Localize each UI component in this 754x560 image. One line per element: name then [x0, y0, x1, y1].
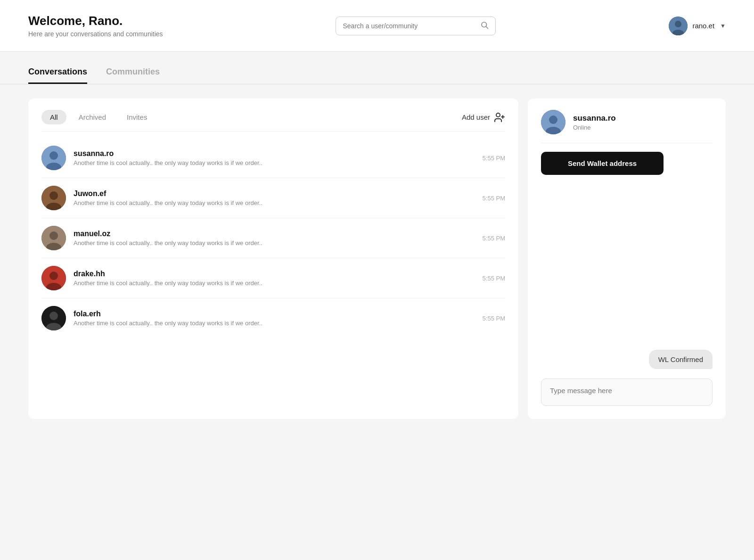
conv-time: 5:55 PM: [483, 155, 505, 162]
filter-row: All Archived Invites Add user: [41, 110, 505, 124]
avatar: [41, 146, 66, 170]
svg-point-3: [675, 21, 681, 27]
search-box[interactable]: [336, 16, 496, 35]
filter-invites[interactable]: Invites: [118, 110, 156, 124]
chevron-down-icon: ▼: [720, 23, 726, 29]
welcome-subtitle: Here are your conversations and communit…: [28, 30, 163, 38]
filter-tabs: All Archived Invites: [41, 110, 156, 124]
conversation-item[interactable]: drake.hh Another time is cool actually..…: [41, 258, 505, 298]
tab-conversations[interactable]: Conversations: [28, 67, 87, 84]
chat-input-area: [541, 369, 713, 408]
header-greeting: Welcome, Rano. Here are your conversatio…: [28, 14, 163, 38]
main-content: All Archived Invites Add user: [0, 84, 754, 433]
svg-point-24: [549, 115, 557, 124]
svg-point-15: [49, 231, 58, 240]
filter-all[interactable]: All: [41, 110, 66, 124]
chat-user-info: susanna.ro Online: [573, 114, 616, 131]
conv-preview: Another time is cool actually.. the only…: [74, 239, 477, 247]
main-nav: Conversations Communities: [0, 52, 754, 84]
wl-confirmed-bubble: WL Confirmed: [649, 350, 713, 369]
chat-header: susanna.ro Online: [541, 110, 713, 143]
conv-name: Juwon.ef: [74, 189, 477, 198]
search-input[interactable]: [343, 22, 477, 30]
conversation-item[interactable]: fola.erh Another time is cool actually..…: [41, 298, 505, 338]
send-wallet-button[interactable]: Send Wallet address: [541, 152, 664, 175]
conversation-item[interactable]: manuel.oz Another time is cool actually.…: [41, 218, 505, 258]
avatar: [41, 266, 66, 290]
conv-preview: Another time is cool actually.. the only…: [74, 199, 477, 206]
conv-time: 5:55 PM: [483, 235, 505, 242]
avatar: [669, 16, 688, 35]
chat-status: Online: [573, 124, 616, 131]
search-area: [163, 16, 669, 35]
username-label: rano.et: [692, 22, 714, 30]
chat-panel: susanna.ro Online Send Wallet address WL…: [528, 99, 726, 419]
svg-point-21: [49, 312, 58, 320]
conv-name: fola.erh: [74, 310, 477, 318]
svg-point-12: [49, 191, 58, 200]
search-icon: [480, 21, 489, 31]
chat-messages: Send Wallet address WL Confirmed: [541, 152, 713, 369]
svg-point-9: [49, 151, 58, 160]
avatar: [41, 306, 66, 330]
conv-name: manuel.oz: [74, 230, 477, 238]
conv-info: Juwon.ef Another time is cool actually..…: [74, 189, 477, 206]
conv-preview: Another time is cool actually.. the only…: [74, 159, 477, 166]
filter-divider: [41, 131, 505, 132]
chat-user-avatar: [541, 110, 566, 134]
conv-time: 5:55 PM: [483, 275, 505, 282]
filter-archived[interactable]: Archived: [70, 110, 115, 124]
message-input[interactable]: [541, 379, 713, 406]
tab-communities[interactable]: Communities: [106, 67, 160, 84]
svg-point-18: [49, 272, 58, 280]
welcome-title: Welcome, Rano.: [28, 14, 163, 28]
conversation-item[interactable]: susanna.ro Another time is cool actually…: [41, 138, 505, 178]
conv-info: drake.hh Another time is cool actually..…: [74, 270, 477, 287]
conv-info: susanna.ro Another time is cool actually…: [74, 149, 477, 166]
add-user-label: Add user: [462, 113, 490, 121]
conv-preview: Another time is cool actually.. the only…: [74, 280, 477, 287]
conversations-panel: All Archived Invites Add user: [28, 99, 518, 419]
chat-user-name: susanna.ro: [573, 114, 616, 123]
conv-preview: Another time is cool actually.. the only…: [74, 320, 477, 327]
conv-time: 5:55 PM: [483, 315, 505, 322]
conversation-item[interactable]: Juwon.ef Another time is cool actually..…: [41, 178, 505, 218]
svg-point-0: [482, 22, 487, 27]
avatar: [41, 186, 66, 210]
conv-time: 5:55 PM: [483, 195, 505, 202]
header: Welcome, Rano. Here are your conversatio…: [0, 0, 754, 52]
conv-info: fola.erh Another time is cool actually..…: [74, 310, 477, 327]
user-menu[interactable]: rano.et ▼: [669, 16, 726, 35]
svg-point-5: [496, 113, 500, 117]
conv-info: manuel.oz Another time is cool actually.…: [74, 230, 477, 247]
add-user-icon: [494, 112, 505, 123]
conv-name: susanna.ro: [74, 149, 477, 158]
avatar: [41, 226, 66, 250]
conv-name: drake.hh: [74, 270, 477, 278]
svg-line-1: [486, 26, 488, 28]
add-user-button[interactable]: Add user: [462, 112, 505, 123]
